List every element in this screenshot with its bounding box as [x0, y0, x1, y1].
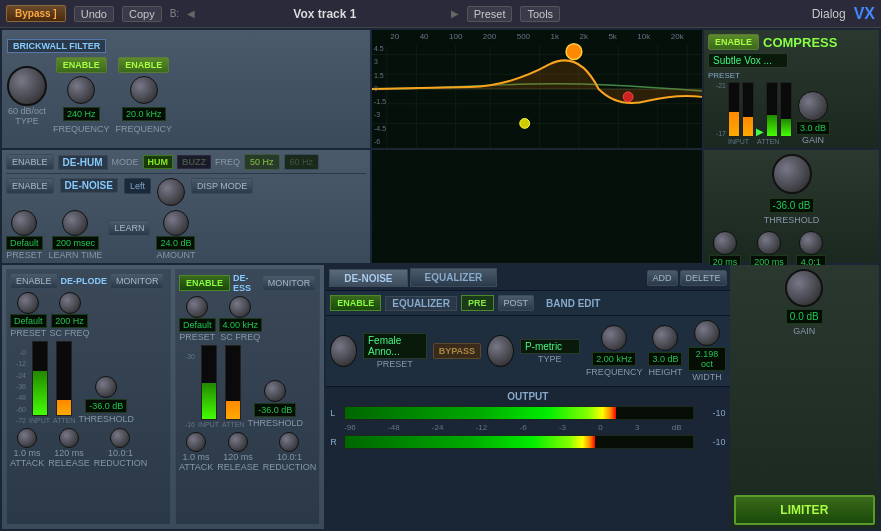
- compress-gain-knob[interactable]: [798, 91, 828, 121]
- deplode-threshold-knob[interactable]: [95, 376, 117, 398]
- db-n3: -3: [374, 111, 386, 118]
- deplode-reduction-knob[interactable]: [110, 428, 130, 448]
- brickwall-enable2-button[interactable]: ENABLE: [118, 57, 169, 73]
- brand-logo: VX: [854, 5, 875, 23]
- denoise-preset-knob[interactable]: [11, 210, 37, 236]
- compress-release-knob[interactable]: [757, 231, 781, 255]
- eq-enable-button[interactable]: ENABLE: [330, 295, 381, 311]
- deess-preset-knob[interactable]: [186, 296, 208, 318]
- deplode-attack-knob[interactable]: [17, 428, 37, 448]
- bypass-eq-button[interactable]: BYPASS: [433, 343, 481, 359]
- eq-preset-knob[interactable]: [330, 335, 357, 367]
- brickwall-freq1-knob[interactable]: [67, 76, 95, 104]
- deplode-monitor-button[interactable]: MONITOR: [110, 273, 164, 289]
- tab-denoise[interactable]: DE-NOISE: [329, 269, 407, 287]
- preset-button[interactable]: Preset: [467, 6, 513, 22]
- dehum-buzz-button[interactable]: BUZZ: [177, 155, 211, 169]
- denoise-learntime-knob[interactable]: [62, 210, 88, 236]
- tab-equalizer[interactable]: EQUALIZER: [410, 268, 498, 287]
- denoise-title: DE-NOISE: [60, 178, 118, 193]
- delete-button[interactable]: DELETE: [680, 270, 727, 286]
- db-n15: -1.5: [374, 98, 386, 105]
- eq-section: DE-NOISE EQUALIZER ADD DELETE ENABLE EQU…: [326, 265, 729, 529]
- tools-button[interactable]: Tools: [520, 6, 560, 22]
- dehum-60hz-button[interactable]: 60 Hz: [284, 154, 320, 170]
- scale-n12: -12: [476, 423, 488, 432]
- deplode-scfreq-knob[interactable]: [59, 292, 81, 314]
- deess-release-knob[interactable]: [228, 432, 248, 452]
- comp-output-bar2: [780, 82, 792, 137]
- deplode-scale-n72: -72: [10, 417, 26, 424]
- brickwall-type-knob[interactable]: [7, 66, 47, 106]
- denoise-disp-knob[interactable]: [157, 178, 185, 206]
- eq-width-display: 2.198 oct: [688, 347, 725, 371]
- type-label: 60 dB/oct: [8, 106, 46, 116]
- denoise-channel-button[interactable]: Left: [124, 178, 151, 194]
- deess-scfreq-knob[interactable]: [229, 296, 251, 318]
- db-15: 1.5: [374, 72, 386, 79]
- freq-20: 20: [390, 32, 399, 41]
- deplode-enable-button[interactable]: ENABLE: [10, 273, 58, 289]
- denoise-learn-button[interactable]: LEARN: [108, 220, 150, 236]
- deplode-release-label: RELEASE: [48, 458, 90, 468]
- nav-arrow-left[interactable]: ◀: [187, 8, 195, 19]
- deess-release-display: 120 ms: [223, 452, 253, 462]
- deplode-input-label: INPUT: [29, 417, 50, 424]
- comp-scale-n17: -17: [708, 130, 726, 137]
- dehum-hum-button[interactable]: HUM: [143, 155, 174, 169]
- denoise-dispmode-button[interactable]: DISP MODE: [191, 178, 253, 194]
- deess-threshold-knob[interactable]: [264, 380, 286, 402]
- scale-db: dB: [672, 423, 682, 432]
- deplode-attack-display: 1.0 ms: [14, 448, 41, 458]
- compress-ratio-knob[interactable]: [799, 231, 823, 255]
- eq-preset-row: Female Anno... PRESET BYPASS P-metric TY…: [326, 316, 729, 387]
- deess-attack-display: 1.0 ms: [183, 452, 210, 462]
- output-gain-knob[interactable]: [785, 269, 823, 307]
- brickwall-freq2-knob[interactable]: [130, 76, 158, 104]
- deplode-reduction-display: 10.0:1: [108, 448, 133, 458]
- deess-input-label: INPUT: [198, 421, 219, 428]
- compress-threshold-knob[interactable]: [772, 154, 812, 194]
- deplode-deess-panel: ENABLE DE-PLODE MONITOR Default PRESET 2…: [2, 265, 326, 529]
- copy-button[interactable]: Copy: [122, 6, 162, 22]
- deess-enable-button[interactable]: ENABLE: [179, 275, 230, 291]
- deess-reduction-label: REDUCTION: [263, 462, 317, 472]
- db-45: 4.5: [374, 45, 386, 52]
- eq-pre-button[interactable]: PRE: [461, 295, 494, 311]
- limiter-button[interactable]: LIMITER: [734, 495, 875, 525]
- brickwall-freq1-display: 240 Hz: [63, 107, 100, 121]
- output-gain-label: GAIN: [793, 326, 815, 336]
- dehum-enable-button[interactable]: ENABLE: [6, 154, 54, 170]
- deess-monitor-button[interactable]: MONITOR: [262, 275, 316, 291]
- deplode-preset-knob[interactable]: [17, 292, 39, 314]
- band-edit-label: BAND EDIT: [546, 298, 600, 309]
- dehum-50hz-button[interactable]: 50 Hz: [244, 154, 280, 170]
- nav-arrow-right[interactable]: ▶: [451, 8, 459, 19]
- denoise-preset-display: Default: [6, 236, 43, 250]
- deplode-release-knob[interactable]: [59, 428, 79, 448]
- undo-button[interactable]: Undo: [74, 6, 114, 22]
- eq-height-knob[interactable]: [652, 325, 678, 351]
- deplode-reduction-label: REDUCTION: [94, 458, 148, 468]
- deplode-scale-n12: -12: [10, 360, 26, 367]
- brickwall-enable1-button[interactable]: ENABLE: [56, 57, 107, 73]
- eq-type-knob[interactable]: [487, 335, 514, 367]
- eq-post-button[interactable]: POST: [498, 295, 535, 311]
- deplode-scale-n24: -24: [10, 372, 26, 379]
- deplode-scale-n36: -36: [10, 383, 26, 390]
- denoise-amount-knob[interactable]: [163, 210, 189, 236]
- denoise-enable-button[interactable]: ENABLE: [6, 178, 54, 194]
- deess-reduction-knob[interactable]: [279, 432, 299, 452]
- deess-preset-label: PRESET: [179, 332, 215, 342]
- eq-width-knob[interactable]: [694, 320, 720, 346]
- eq-frequency-knob[interactable]: [601, 325, 627, 351]
- output-r-row: R -10: [330, 435, 725, 449]
- bypass-button[interactable]: Bypass ]: [6, 5, 66, 22]
- deess-attack-knob[interactable]: [186, 432, 206, 452]
- compress-attack-knob[interactable]: [713, 231, 737, 255]
- deplode-preset-label: PRESET: [10, 328, 46, 338]
- add-button[interactable]: ADD: [647, 270, 678, 286]
- eq-frequency-label: FREQUENCY: [586, 367, 643, 377]
- compress-enable-button[interactable]: ENABLE: [708, 34, 759, 50]
- svg-point-14: [623, 92, 633, 102]
